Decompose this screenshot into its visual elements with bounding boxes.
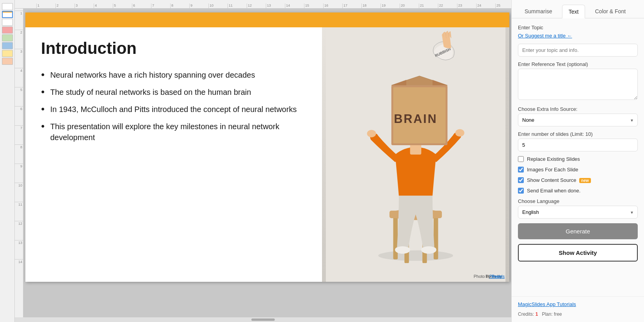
- svg-rect-14: [421, 247, 436, 252]
- scroll-indicator: [15, 317, 511, 322]
- ruler-mark: 24: [476, 4, 495, 8]
- v-ruler-mark: 13: [15, 240, 23, 259]
- v-ruler-mark: 9: [15, 164, 23, 183]
- slide-thumb-4[interactable]: [2, 27, 13, 34]
- ruler-mark: 7: [151, 4, 170, 8]
- ruler-mark: 6: [132, 4, 151, 8]
- enter-topic-label: Enter Topic: [518, 25, 638, 30]
- replace-slides-checkbox[interactable]: [518, 156, 524, 162]
- ruler-mark: 13: [266, 4, 285, 8]
- num-slides-input[interactable]: [518, 139, 638, 151]
- topic-input[interactable]: [518, 44, 638, 57]
- extra-info-select-wrapper: None Wikipedia Web Search ▼: [518, 114, 638, 126]
- slide-thumb-5[interactable]: [2, 34, 13, 41]
- show-activity-button[interactable]: Show Activity: [518, 244, 638, 262]
- ruler-mark: 3: [75, 4, 94, 8]
- slide-thumb-7[interactable]: [2, 50, 13, 57]
- language-select[interactable]: English Spanish French German Chinese Ja…: [518, 206, 638, 219]
- slide-text-area: Introduction Neural networks have a rich…: [25, 27, 322, 282]
- ruler-mark: 10: [208, 4, 228, 8]
- svg-rect-12: [395, 247, 410, 252]
- images-per-slide-checkbox[interactable]: [518, 167, 524, 173]
- v-ruler-mark: 6: [15, 106, 23, 125]
- ruler-mark: 21: [419, 4, 438, 8]
- credits-text: Credits: 1 Plan: free: [518, 311, 562, 317]
- slide-thumb-1[interactable]: [2, 3, 13, 10]
- v-ruler-mark: 4: [15, 68, 23, 87]
- tab-color-font[interactable]: Color & Font: [588, 5, 632, 18]
- num-slides-label: Enter number of slides (Limit: 10): [518, 131, 638, 137]
- extra-info-select[interactable]: None Wikipedia Web Search: [518, 114, 638, 126]
- ruler-mark: 19: [381, 4, 400, 8]
- ruler-mark: 14: [285, 4, 304, 8]
- svg-rect-2: [393, 214, 398, 259]
- ruler-mark: 17: [342, 4, 361, 8]
- replace-slides-label: Replace Existing Slides: [527, 156, 580, 162]
- slide-content: Introduction Neural networks have a rich…: [25, 27, 509, 282]
- photo-credit-link[interactable]: Pexels: [492, 274, 505, 279]
- panel-tabs: Summarise Text Color & Font: [512, 0, 644, 18]
- ruler-mark: 12: [247, 4, 266, 8]
- ruler-mark: 23: [457, 4, 476, 8]
- panel-footer: MagicSlides App Tutorials Credits: 1 Pla…: [512, 296, 644, 322]
- photo-credit: Photo by Pexels: [473, 274, 505, 279]
- ref-text-label: Enter Reference Text (optional): [518, 61, 638, 67]
- replace-slides-row: Replace Existing Slides: [518, 156, 638, 162]
- magic-slides-tutorials-link[interactable]: MagicSlides App Tutorials: [518, 301, 638, 307]
- tab-text[interactable]: Text: [562, 5, 585, 18]
- bullet-item: The study of neural networks is based on…: [41, 87, 306, 98]
- suggest-title-link[interactable]: Or Suggest me a title ←: [518, 33, 572, 39]
- bullet-item: This presentation will explore the key m…: [41, 121, 306, 143]
- main-editing-area: 1 2 3 4 5 6 7 8 9 10 11 12 13 14 15 16 1…: [15, 0, 511, 322]
- bullet-item: Neural networks have a rich history span…: [41, 69, 306, 80]
- svg-point-9: [367, 130, 376, 137]
- v-ruler-mark: 2: [15, 30, 23, 49]
- send-email-row: Send Email when done.: [518, 188, 638, 194]
- horizontal-ruler: 1 2 3 4 5 6 7 8 9 10 11 12 13 14 15 16 1…: [15, 0, 511, 9]
- ref-text-input[interactable]: [518, 69, 638, 100]
- v-ruler-mark: 7: [15, 125, 23, 144]
- right-panel: Summarise Text Color & Font Enter Topic …: [511, 0, 644, 322]
- ruler-mark: 25: [495, 4, 511, 8]
- slide-thumb-3[interactable]: [2, 19, 13, 26]
- enter-topic-section: Enter Topic Or Suggest me a title ←: [518, 25, 638, 39]
- slide-thumb-6[interactable]: [2, 42, 13, 49]
- ruler-mark: 1: [36, 4, 55, 8]
- slide-image-placeholder: BRAIN RUBBISH: [322, 27, 509, 282]
- v-ruler-mark: 8: [15, 144, 23, 164]
- language-label: Choose Language: [518, 198, 638, 204]
- svg-rect-3: [434, 214, 438, 259]
- slide-title: Introduction: [41, 39, 306, 58]
- ruler-mark: 2: [55, 4, 75, 8]
- svg-point-1: [378, 250, 453, 261]
- ruler-mark: 4: [94, 4, 113, 8]
- tab-summarise[interactable]: Summarise: [518, 5, 559, 18]
- ruler-mark: 11: [228, 4, 247, 8]
- send-email-label: Send Email when done.: [527, 188, 580, 194]
- slide-illustration: BRAIN RUBBISH: [322, 27, 509, 282]
- new-badge: new: [579, 178, 591, 183]
- v-ruler-mark: 10: [15, 183, 23, 202]
- extra-info-label: Choose Extra Info Source:: [518, 106, 638, 112]
- num-slides-section: Enter number of slides (Limit: 10): [518, 131, 638, 151]
- ruler-mark: 20: [400, 4, 419, 8]
- send-email-checkbox[interactable]: [518, 188, 524, 194]
- ref-text-section: Enter Reference Text (optional): [518, 61, 638, 101]
- slide-canvas[interactable]: Introduction Neural networks have a rich…: [25, 12, 509, 282]
- slide-top-bar: [25, 12, 509, 27]
- ruler-mark: 9: [189, 4, 208, 8]
- v-ruler-mark: 12: [15, 221, 23, 240]
- slide-thumb-2[interactable]: [2, 11, 13, 18]
- show-content-source-checkbox[interactable]: [518, 177, 524, 183]
- ruler-mark: 8: [170, 4, 189, 8]
- images-per-slide-row: Images For Each Slide: [518, 167, 638, 173]
- generate-button[interactable]: Generate: [518, 223, 638, 239]
- language-section: Choose Language English Spanish French G…: [518, 198, 638, 219]
- slide-thumb-8[interactable]: [2, 58, 13, 65]
- svg-text:BRAIN: BRAIN: [394, 112, 438, 126]
- language-select-wrapper: English Spanish French German Chinese Ja…: [518, 206, 638, 219]
- images-per-slide-label: Images For Each Slide: [527, 167, 578, 173]
- scroll-thumb[interactable]: [251, 318, 275, 321]
- v-ruler-mark: 3: [15, 49, 23, 68]
- extra-info-section: Choose Extra Info Source: None Wikipedia…: [518, 106, 638, 126]
